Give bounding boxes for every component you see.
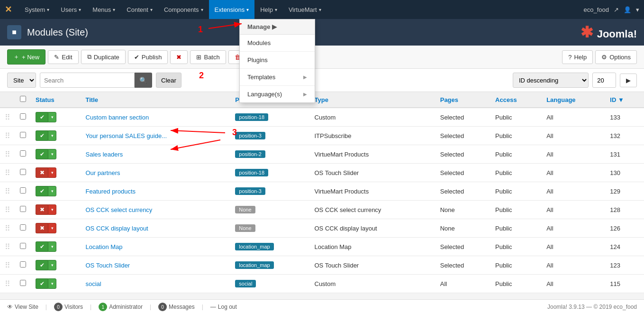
row-checkbox-cell[interactable] (15, 238, 31, 256)
drag-handle-icon[interactable]: ⠿ (5, 224, 10, 232)
drag-handle-icon[interactable]: ⠿ (5, 261, 10, 269)
status-dropdown[interactable]: ▾ (48, 167, 56, 178)
status-icon[interactable]: ✔ (36, 260, 48, 270)
status-dropdown[interactable]: ▾ (48, 130, 56, 141)
nav-item-virtuemart[interactable]: VirtueMart ▾ (283, 0, 327, 19)
col-language[interactable]: Language (542, 92, 605, 108)
row-checkbox-cell[interactable] (15, 127, 31, 145)
search-input[interactable] (40, 73, 135, 88)
site-filter-select[interactable]: Site (7, 73, 36, 88)
nav-item-users[interactable]: Users ▾ (55, 0, 87, 19)
nav-item-content[interactable]: Content ▾ (121, 0, 158, 19)
row-checkbox-cell[interactable] (15, 145, 31, 164)
publish-button[interactable]: ✔ Publish (128, 50, 168, 64)
col-type[interactable]: Type (310, 92, 435, 108)
drag-handle-icon[interactable]: ⠿ (5, 187, 10, 195)
edit-button[interactable]: ✎ Edit (48, 50, 78, 64)
status-dropdown[interactable]: ▾ (48, 186, 56, 196)
per-page-input[interactable] (592, 73, 616, 88)
status-icon[interactable]: ✔ (36, 112, 48, 122)
menu-item-modules[interactable]: Modules (240, 35, 315, 52)
row-checkbox-cell[interactable] (15, 164, 31, 182)
row-checkbox-cell[interactable] (15, 219, 31, 238)
module-title-link[interactable]: Your personal SALES guide... (86, 132, 167, 139)
nav-item-components[interactable]: Components ▾ (158, 0, 209, 19)
col-title[interactable]: Title (81, 92, 231, 108)
menu-item-languages[interactable]: Language(s) ▶ (240, 86, 315, 102)
status-toggle[interactable]: ✔ ▾ (36, 241, 56, 252)
row-checkbox[interactable] (20, 206, 26, 212)
status-icon[interactable]: ✖ (36, 223, 48, 233)
module-title-link[interactable]: Custom banner section (86, 114, 149, 121)
module-title-link[interactable]: OS CCK display layout (86, 225, 148, 232)
status-icon[interactable]: ✔ (36, 241, 48, 252)
module-title-link[interactable]: Sales leaders (86, 151, 123, 158)
menu-item-plugins[interactable]: Plugins (240, 52, 315, 69)
status-dropdown[interactable]: ▾ (48, 149, 56, 159)
module-title-link[interactable]: OS CCK select currency (86, 206, 153, 213)
drag-handle-icon[interactable]: ⠿ (5, 169, 10, 177)
row-checkbox[interactable] (20, 169, 26, 175)
row-checkbox-cell[interactable] (15, 182, 31, 201)
row-checkbox-cell[interactable] (15, 275, 31, 293)
row-checkbox[interactable] (20, 261, 26, 268)
nav-item-help[interactable]: Help ▾ (254, 0, 283, 19)
status-toggle[interactable]: ✔ ▾ (36, 260, 56, 270)
options-button[interactable]: ⚙ Options (595, 50, 637, 64)
status-icon[interactable]: ✖ (36, 204, 48, 215)
module-title-link[interactable]: social (86, 280, 101, 287)
status-dropdown[interactable]: ▾ (48, 112, 56, 122)
status-toggle[interactable]: ✔ ▾ (36, 112, 56, 122)
status-toggle[interactable]: ✔ ▾ (36, 149, 56, 159)
row-checkbox[interactable] (20, 243, 26, 249)
drag-handle-icon[interactable]: ⠿ (5, 150, 10, 158)
status-toggle[interactable]: ✖ ▾ (36, 223, 56, 233)
status-dropdown[interactable]: ▾ (48, 260, 56, 270)
select-all-checkbox[interactable] (20, 96, 26, 102)
status-icon[interactable]: ✔ (36, 130, 48, 141)
batch-button[interactable]: ⊞ Batch (190, 50, 226, 64)
status-icon[interactable]: ✔ (36, 149, 48, 159)
status-toggle[interactable]: ✔ ▾ (36, 278, 56, 289)
module-title-link[interactable]: Our partners (86, 169, 120, 176)
nav-item-menus[interactable]: Menus ▾ (87, 0, 121, 19)
drag-handle-icon[interactable]: ⠿ (5, 280, 10, 288)
status-toggle[interactable]: ✔ ▾ (36, 186, 56, 196)
help-button[interactable]: ? Help (562, 50, 593, 64)
col-status[interactable]: Status (31, 92, 81, 108)
status-icon[interactable]: ✖ (36, 167, 48, 178)
nav-item-extensions[interactable]: Extensions ▾ (209, 0, 255, 19)
row-checkbox[interactable] (20, 187, 26, 194)
new-button[interactable]: ＋ + New (7, 49, 45, 65)
row-checkbox[interactable] (20, 150, 26, 157)
module-title-link[interactable]: Featured products (86, 188, 136, 195)
col-pages[interactable]: Pages (435, 92, 490, 108)
col-access[interactable]: Access (490, 92, 542, 108)
row-checkbox[interactable] (20, 280, 26, 286)
drag-handle-icon[interactable]: ⠿ (5, 113, 10, 121)
row-checkbox-cell[interactable] (15, 108, 31, 127)
status-toggle[interactable]: ✖ ▾ (36, 167, 56, 178)
status-toggle[interactable]: ✖ ▾ (36, 204, 56, 215)
row-checkbox-cell[interactable] (15, 256, 31, 275)
drag-handle-icon[interactable]: ⠿ (5, 132, 10, 140)
menu-item-templates[interactable]: Templates ▶ (240, 69, 315, 86)
status-icon[interactable]: ✔ (36, 278, 48, 289)
sort-select[interactable]: ID descending (513, 73, 589, 88)
status-dropdown[interactable]: ▾ (48, 204, 56, 215)
per-page-go-button[interactable]: ▶ (620, 74, 637, 87)
drag-handle-icon[interactable]: ⠿ (5, 243, 10, 251)
status-icon[interactable]: ✔ (36, 186, 48, 196)
row-checkbox[interactable] (20, 113, 26, 120)
status-dropdown[interactable]: ▾ (48, 241, 56, 252)
module-title-link[interactable]: OS Touch Slider (86, 262, 130, 269)
user-name[interactable]: eco_food (584, 6, 609, 13)
status-dropdown[interactable]: ▾ (48, 223, 56, 233)
status-dropdown[interactable]: ▾ (48, 278, 56, 289)
user-icon[interactable]: 👤 (624, 6, 631, 13)
row-checkbox[interactable] (20, 132, 26, 138)
status-toggle[interactable]: ✔ ▾ (36, 130, 56, 141)
unpublish-button[interactable]: ✖ Unpublish (170, 50, 188, 64)
duplicate-button[interactable]: ⧉ Duplicate (81, 50, 126, 64)
row-checkbox-cell[interactable] (15, 201, 31, 219)
